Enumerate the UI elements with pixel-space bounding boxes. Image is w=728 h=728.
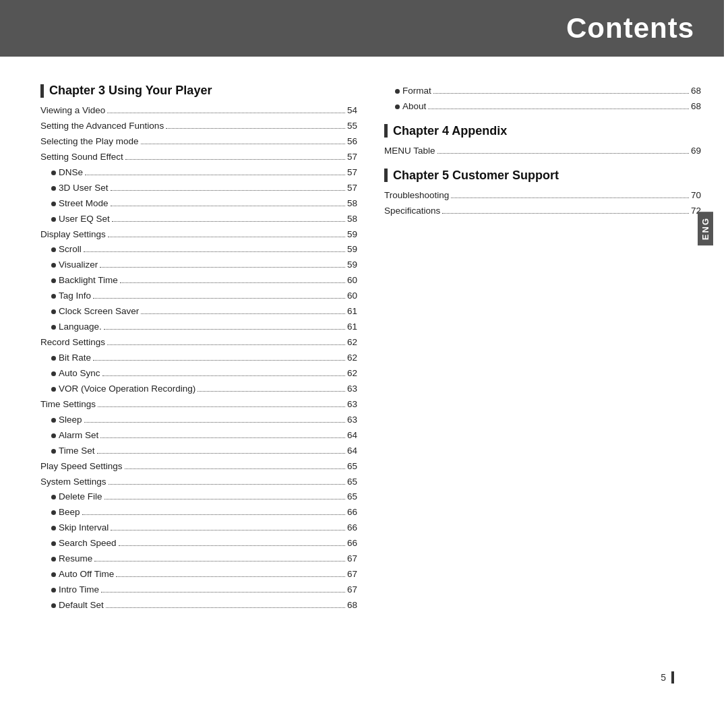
toc-dots [108,237,345,237]
toc-dots [166,128,345,129]
toc-entry-text: Tag Info [51,289,91,304]
toc-page-number: 63 [347,413,357,428]
toc-page-number: 67 [347,551,357,567]
toc-entry-text: Viewing a Video [40,103,105,119]
list-item: Auto Off Time67 [51,567,357,582]
chapter5-bar [384,169,388,182]
list-item: Viewing a Video54 [40,103,357,119]
toc-dots [120,282,345,283]
toc-page-number: 66 [347,520,357,536]
toc-page-number: 57 [347,150,357,165]
bullet-icon [51,278,56,283]
toc-dots [198,391,345,392]
bullet-icon [51,588,56,593]
toc-page-number: 63 [347,382,357,397]
toc-entry-text: Troubleshooting [384,188,449,204]
toc-entry-text: Intro Time [51,582,99,598]
toc-entry-text: Auto Off Time [51,567,114,582]
bullet-icon [51,202,56,206]
right-column: Format68About68 Chapter 4 Appendix MENU … [384,77,701,704]
bullet-icon [51,603,56,608]
list-item: About68 [395,99,701,115]
bullet-icon [51,356,56,361]
toc-page-number: 55 [347,119,357,134]
toc-page-number: 67 [347,582,357,598]
bullet-icon [51,572,56,577]
toc-dots [111,190,345,191]
toc-dots [451,198,689,198]
toc-page-number: 61 [347,304,357,320]
toc-dots [141,144,345,144]
left-toc: Viewing a Video54Setting the Advanced Fu… [40,103,357,613]
list-item: Bit Rate62 [51,351,357,366]
toc-entry-text: Alarm Set [51,428,98,444]
toc-entry-text: Record Settings [40,335,105,351]
toc-entry-text: Sleep [51,413,82,428]
toc-entry-text: Time Settings [40,397,96,413]
list-item: System Settings65 [40,475,357,490]
list-item: Sleep63 [51,413,357,428]
list-item: Play Speed Settings65 [40,459,357,475]
toc-page-number: 58 [347,212,357,227]
toc-page-number: 69 [691,144,701,159]
toc-dots [111,530,345,530]
toc-dots [100,437,345,438]
list-item: Scroll59 [51,242,357,257]
toc-page-number: 66 [347,505,357,520]
toc-page-number: 62 [347,351,357,366]
toc-dots [102,375,345,376]
list-item: Selecting the Play mode56 [40,134,357,150]
list-item: Time Settings63 [40,397,357,413]
list-item: Default Set68 [51,598,357,613]
toc-dots [101,592,345,593]
toc-entry-text: VOR (Voice Operation Recording) [51,382,195,397]
chapter5-heading: Chapter 5 Customer Support [384,169,701,183]
toc-dots [428,109,689,109]
toc-dots [433,93,689,94]
toc-entry-text: Language. [51,320,102,335]
toc-page-number: 64 [347,444,357,459]
toc-page-number: 62 [347,335,357,351]
list-item: Clock Screen Saver61 [51,304,357,320]
bullet-icon [51,186,56,191]
right-ch4-toc: MENU Table69 [384,144,701,159]
toc-dots [93,298,345,299]
bullet-icon [395,89,400,94]
bullet-icon [51,541,56,546]
toc-page-number: 57 [347,165,357,181]
toc-dots [82,514,345,515]
toc-entry-text: Search Speed [51,536,117,551]
bullet-icon [51,247,56,252]
toc-dots [98,406,345,407]
list-item: Street Mode58 [51,196,357,212]
list-item: Language.61 [51,320,357,335]
eng-label: ENG [698,212,713,245]
toc-page-number: 62 [347,366,357,382]
list-item: VOR (Voice Operation Recording)63 [51,382,357,397]
bullet-icon [51,510,56,515]
toc-entry-text: Auto Sync [51,366,100,382]
bullet-icon [51,418,56,423]
bullet-icon [51,387,56,392]
list-item: User EQ Set58 [51,212,357,227]
bullet-icon [51,495,56,499]
toc-entry-text: Scroll [51,242,82,257]
toc-entry-text: DNSe [51,165,83,181]
toc-entry-text: User EQ Set [51,212,110,227]
toc-entry-text: Street Mode [51,196,109,212]
toc-dots [107,113,345,113]
list-item: Resume67 [51,551,357,567]
toc-dots [100,267,345,268]
chapter3-bar [40,84,44,98]
toc-page-number: 59 [347,242,357,257]
list-item: Search Speed66 [51,536,357,551]
toc-page-number: 64 [347,428,357,444]
toc-page-number: 68 [347,598,357,613]
toc-entry-text: Skip Interval [51,520,109,536]
toc-entry-text: Default Set [51,598,104,613]
toc-dots [116,576,345,577]
header: Contents [0,0,728,57]
toc-dots [442,213,689,214]
list-item: Beep66 [51,505,357,520]
toc-entry-text: Resume [51,551,92,567]
